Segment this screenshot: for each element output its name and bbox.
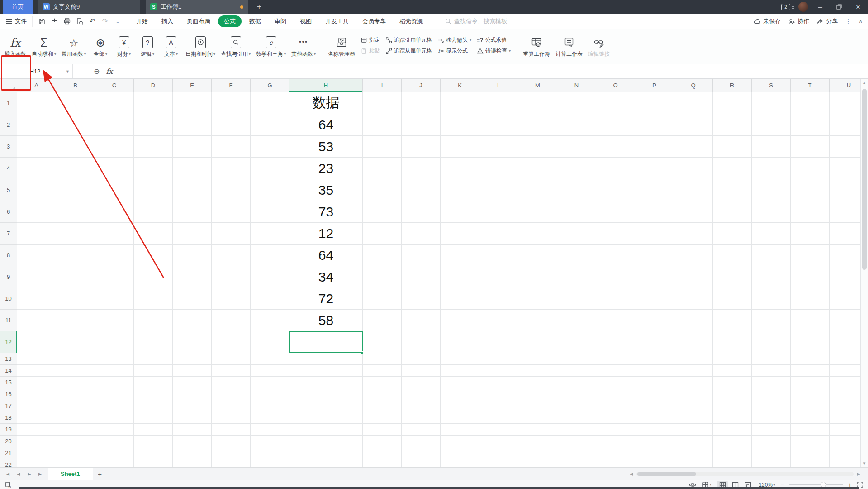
cell-Q2[interactable] — [674, 114, 713, 136]
cell-J17[interactable] — [402, 400, 441, 412]
cell-O7[interactable] — [596, 223, 635, 244]
all-functions-button[interactable]: ⊛全部▾ — [89, 32, 112, 59]
cell-R19[interactable] — [713, 424, 752, 436]
cell-K22[interactable] — [441, 459, 479, 467]
cell-H20[interactable] — [289, 436, 363, 447]
cell-A18[interactable] — [17, 412, 56, 424]
cell-N9[interactable] — [557, 266, 596, 288]
cell-A1[interactable] — [17, 92, 56, 114]
cell-I21[interactable] — [363, 447, 402, 459]
cell-B16[interactable] — [56, 388, 95, 400]
cell-N10[interactable] — [557, 288, 596, 310]
last-sheet-icon[interactable]: ▶ — [35, 472, 45, 476]
cell-S18[interactable] — [752, 412, 791, 424]
cell-R4[interactable] — [713, 158, 752, 179]
cell-T14[interactable] — [791, 365, 830, 377]
cell-P18[interactable] — [635, 412, 674, 424]
cell-F9[interactable] — [212, 266, 251, 288]
cell-E18[interactable] — [173, 412, 212, 424]
row-header-20[interactable]: 20 — [0, 436, 17, 447]
column-header-F[interactable]: F — [212, 79, 251, 92]
cell-D22[interactable] — [134, 459, 173, 467]
cell-L15[interactable] — [479, 377, 518, 388]
cell-J12[interactable] — [402, 331, 441, 353]
cell-N11[interactable] — [557, 310, 596, 331]
cell-L16[interactable] — [479, 388, 518, 400]
select-all-corner[interactable] — [0, 79, 17, 92]
cell-B8[interactable] — [56, 244, 95, 266]
cell-N15[interactable] — [557, 377, 596, 388]
column-header-P[interactable]: P — [635, 79, 674, 92]
cell-C8[interactable] — [95, 244, 134, 266]
cell-S20[interactable] — [752, 436, 791, 447]
cell-D4[interactable] — [134, 158, 173, 179]
cell-J13[interactable] — [402, 353, 441, 365]
cell-M6[interactable] — [518, 201, 557, 223]
column-header-A[interactable]: A — [17, 79, 56, 92]
cell-G20[interactable] — [251, 436, 289, 447]
zoom-slider-knob[interactable] — [821, 482, 826, 488]
cell-P14[interactable] — [635, 365, 674, 377]
cell-P12[interactable] — [635, 331, 674, 353]
cell-D17[interactable] — [134, 400, 173, 412]
cell-T6[interactable] — [791, 201, 830, 223]
cell-I8[interactable] — [363, 244, 402, 266]
cell-O1[interactable] — [596, 92, 635, 114]
text-button[interactable]: A文本▾ — [159, 32, 183, 59]
column-header-S[interactable]: S — [752, 79, 791, 92]
cell-P2[interactable] — [635, 114, 674, 136]
cell-K18[interactable] — [441, 412, 479, 424]
cell-N7[interactable] — [557, 223, 596, 244]
cell-J16[interactable] — [402, 388, 441, 400]
column-header-U[interactable]: U — [830, 79, 860, 92]
cell-E5[interactable] — [173, 179, 212, 201]
cell-T10[interactable] — [791, 288, 830, 310]
cell-H7[interactable]: 12 — [289, 223, 363, 244]
cell-O9[interactable] — [596, 266, 635, 288]
menu-tab-审阅[interactable]: 审阅 — [269, 15, 292, 27]
cell-G11[interactable] — [251, 310, 289, 331]
column-header-O[interactable]: O — [596, 79, 635, 92]
cell-K8[interactable] — [441, 244, 479, 266]
recalc-workbook-button[interactable]: 重算工作簿 — [520, 32, 553, 59]
cell-C15[interactable] — [95, 377, 134, 388]
cell-C5[interactable] — [95, 179, 134, 201]
row-header-3[interactable]: 3 — [0, 136, 17, 158]
cell-T19[interactable] — [791, 424, 830, 436]
cell-A19[interactable] — [17, 424, 56, 436]
row-header-16[interactable]: 16 — [0, 388, 17, 400]
menu-tab-插入[interactable]: 插入 — [156, 15, 179, 27]
cell-C10[interactable] — [95, 288, 134, 310]
assign-button[interactable]: 指定 — [360, 36, 380, 44]
cell-F8[interactable] — [212, 244, 251, 266]
collaborate-button[interactable]: 协作 — [788, 17, 809, 25]
cell-J18[interactable] — [402, 412, 441, 424]
cell-R5[interactable] — [713, 179, 752, 201]
cell-N8[interactable] — [557, 244, 596, 266]
cell-U17[interactable] — [830, 400, 860, 412]
cell-S13[interactable] — [752, 353, 791, 365]
cell-F4[interactable] — [212, 158, 251, 179]
cell-U3[interactable] — [830, 136, 860, 158]
row-header-10[interactable]: 10 — [0, 288, 17, 310]
cell-D7[interactable] — [134, 223, 173, 244]
restore-button[interactable] — [832, 0, 846, 14]
column-header-J[interactable]: J — [402, 79, 441, 92]
cell-K15[interactable] — [441, 377, 479, 388]
cell-T5[interactable] — [791, 179, 830, 201]
cell-Q15[interactable] — [674, 377, 713, 388]
cell-H21[interactable] — [289, 447, 363, 459]
formula-input[interactable] — [120, 64, 868, 78]
cell-O22[interactable] — [596, 459, 635, 467]
cell-O15[interactable] — [596, 377, 635, 388]
cell-P4[interactable] — [635, 158, 674, 179]
cell-I3[interactable] — [363, 136, 402, 158]
cell-H2[interactable]: 64 — [289, 114, 363, 136]
cell-S22[interactable] — [752, 459, 791, 467]
cell-L1[interactable] — [479, 92, 518, 114]
cell-H9[interactable]: 34 — [289, 266, 363, 288]
cell-D20[interactable] — [134, 436, 173, 447]
cell-K2[interactable] — [441, 114, 479, 136]
cell-K3[interactable] — [441, 136, 479, 158]
cell-T1[interactable] — [791, 92, 830, 114]
